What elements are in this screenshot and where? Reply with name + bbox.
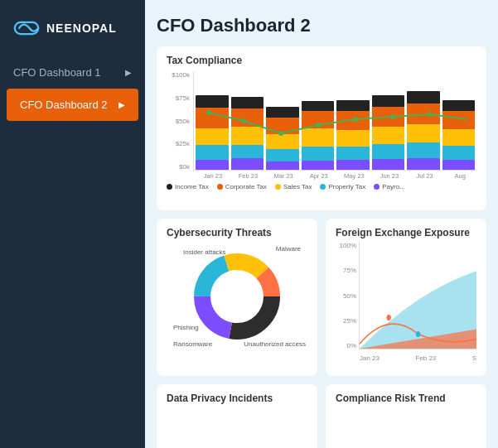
- cybersecurity-title: Cybersecurity Threats: [167, 227, 307, 238]
- forex-y-75: 75%: [336, 267, 356, 274]
- y-label-50k: $50k: [167, 118, 190, 125]
- sidebar-item-cfo-2-label: CFO Dashboard 2: [20, 99, 118, 111]
- forex-y-0: 0%: [336, 342, 356, 349]
- logo-text: NEENOPAL: [46, 22, 117, 35]
- legend-property-tax: Property Tax: [320, 183, 365, 190]
- bar-may: [336, 100, 370, 170]
- y-label-75k: $75k: [167, 94, 190, 102]
- data-privacy-title: Data Privacy Incidents: [167, 393, 307, 404]
- tax-legend: Income Tax Corporate Tax Sales Tax Prope…: [167, 183, 476, 190]
- svg-point-13: [212, 272, 262, 321]
- sidebar-item-cfo-1[interactable]: CFO Dashboard 1 ▶: [0, 56, 145, 89]
- bar-aug: [442, 100, 476, 170]
- data-privacy-card: Data Privacy Incidents: [157, 384, 317, 448]
- forex-x-s: S: [472, 354, 476, 362]
- donut-svg: [183, 243, 291, 350]
- legend-income-tax: Income Tax: [167, 183, 209, 190]
- y-label-25k: $25k: [167, 140, 190, 147]
- tax-compliance-title: Tax Compliance: [167, 55, 476, 66]
- app-container: NEENOPAL CFO Dashboard 1 ▶ CFO Dashboard…: [0, 0, 498, 448]
- tax-compliance-chart: $100k $75k $50k $25k $0k: [167, 71, 476, 195]
- bar-jul: [407, 91, 440, 170]
- bar-jan: [196, 95, 229, 170]
- x-feb: Feb 23: [232, 172, 265, 180]
- bar-feb: [231, 97, 264, 170]
- x-jun: Jun 23: [373, 172, 406, 180]
- forex-y-50: 50%: [336, 292, 356, 300]
- x-jan: Jan 23: [196, 172, 230, 180]
- legend-corporate-tax: Corporate Tax: [217, 183, 267, 190]
- forex-chart-area: 100% 75% 50% 25% 0%: [336, 242, 476, 349]
- bar-jun: [372, 95, 405, 170]
- svg-point-14: [387, 315, 391, 320]
- sidebar-item-cfo-1-label: CFO Dashboard 1: [13, 66, 125, 79]
- bar-apr: [302, 101, 335, 170]
- page-title: CFO Dashboard 2: [157, 15, 486, 36]
- forex-svg: [360, 242, 476, 349]
- svg-point-15: [416, 331, 420, 337]
- legend-payroll: Payro...: [374, 183, 405, 190]
- compliance-risk-card: Compliance Risk Trend: [326, 384, 486, 448]
- main-content: CFO Dashboard 2 Tax Compliance $100k $75…: [145, 0, 498, 448]
- logo-icon: [13, 15, 40, 41]
- sidebar-arrow-2: ▶: [118, 100, 125, 109]
- bar-mar: [266, 107, 299, 170]
- sidebar: NEENOPAL CFO Dashboard 1 ▶ CFO Dashboard…: [0, 0, 145, 448]
- forex-y-100: 100%: [336, 242, 356, 249]
- sidebar-arrow-1: ▶: [125, 68, 132, 77]
- donut-chart: Malware Insider attacks Phishing Ransomw…: [167, 238, 307, 354]
- y-label-0k: $0k: [167, 163, 190, 171]
- x-jul: Jul 23: [409, 172, 442, 180]
- forex-y-25: 25%: [336, 317, 356, 325]
- legend-sales-tax: Sales Tax: [275, 183, 312, 190]
- logo-area: NEENOPAL: [0, 0, 145, 56]
- forex-x-jan: Jan 23: [360, 354, 380, 362]
- x-mar: Mar 23: [267, 172, 300, 180]
- cybersecurity-card: Cybersecurity Threats: [157, 219, 317, 376]
- forex-x-feb: Feb 23: [415, 354, 436, 362]
- tax-compliance-card: Tax Compliance $100k $75k $50k $25k $0k: [157, 46, 486, 210]
- x-apr: Apr 23: [302, 172, 336, 180]
- y-label-100k: $100k: [167, 71, 190, 79]
- x-aug: Aug: [443, 172, 476, 180]
- forex-card: Foreign Exchange Exposure 100% 75% 50% 2…: [326, 219, 486, 376]
- sidebar-item-cfo-2[interactable]: CFO Dashboard 2 ▶: [7, 89, 138, 121]
- forex-title: Foreign Exchange Exposure: [336, 227, 476, 238]
- compliance-risk-title: Compliance Risk Trend: [336, 393, 476, 404]
- x-may: May 23: [338, 172, 371, 180]
- bottom-grid: Cybersecurity Threats: [157, 219, 486, 448]
